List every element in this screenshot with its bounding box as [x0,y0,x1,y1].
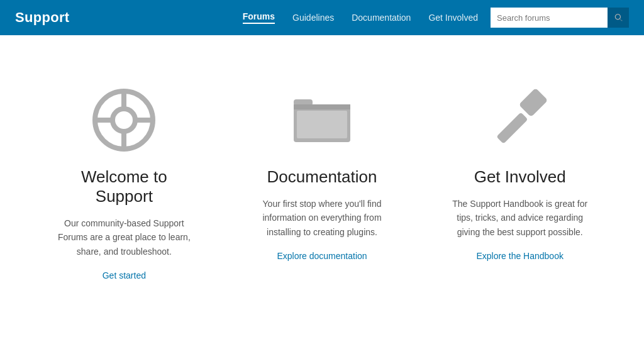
search-input[interactable] [491,8,608,28]
svg-rect-11 [518,89,548,117]
card-welcome-desc: Our community-based Support Forums are a… [50,216,198,258]
card-documentation-desc: Your first stop where you'll find inform… [248,197,396,239]
nav-get-involved[interactable]: Get Involved [428,13,478,23]
site-header: Support Forums Guidelines Documentation … [0,0,644,35]
nav-documentation[interactable]: Documentation [352,13,411,23]
site-title: Support [15,9,69,26]
card-get-involved-title: Get Involved [446,167,594,187]
main-content: Welcome to Support Our community-based S… [0,35,644,325]
wheel-icon [50,86,198,155]
card-welcome-link[interactable]: Get started [103,270,146,280]
nav-guidelines[interactable]: Guidelines [292,13,334,23]
svg-rect-8 [294,104,350,109]
svg-point-1 [113,109,135,131]
nav-forums[interactable]: Forums [243,11,275,24]
card-get-involved: Get Involved The Support Handbook is gre… [421,73,619,300]
card-documentation-title: Documentation [248,167,396,187]
card-documentation: Documentation Your first stop where you'… [223,73,421,300]
svg-rect-9 [297,111,347,138]
main-nav: Forums Guidelines Documentation Get Invo… [243,11,478,24]
card-get-involved-link[interactable]: Explore the Handbook [476,251,564,261]
hammer-icon [446,86,594,155]
svg-rect-10 [496,113,528,144]
card-welcome: Welcome to Support Our community-based S… [25,73,223,300]
card-get-involved-desc: The Support Handbook is great for tips, … [446,197,594,239]
cards-container: Welcome to Support Our community-based S… [25,73,619,300]
card-welcome-title: Welcome to Support [50,167,198,206]
card-documentation-link[interactable]: Explore documentation [277,251,367,261]
folder-icon [248,86,396,155]
search-button[interactable] [608,8,629,28]
search-wrapper [491,8,629,28]
